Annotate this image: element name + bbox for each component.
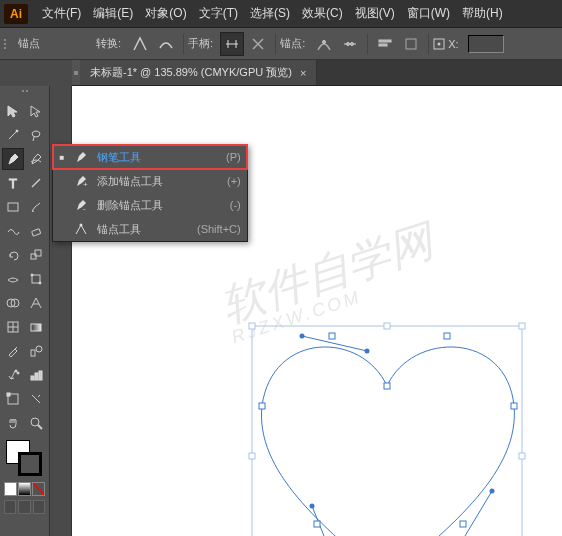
document-title: 未标题-1* @ 135.89% (CMYK/GPU 预览) [90,65,292,80]
svg-point-26 [15,370,17,372]
svg-text:-: - [83,204,86,212]
svg-point-16 [31,274,33,276]
shaper-tool[interactable] [2,220,24,242]
pen-tool[interactable] [2,148,24,170]
menu-edit[interactable]: 编辑(E) [87,1,139,26]
flyout-anchor-convert-tool[interactable]: 锚点工具 (Shift+C) [53,217,247,241]
eyedropper-tool[interactable] [2,340,24,362]
cut-anchor-button[interactable] [338,32,362,56]
convert-corner-button[interactable] [128,32,152,56]
perspective-grid-tool[interactable] [26,292,48,314]
menu-help[interactable]: 帮助(H) [456,1,509,26]
flyout-label: 钢笔工具 [97,150,206,165]
svg-rect-48 [329,333,335,339]
scale-tool[interactable] [26,244,48,266]
menu-object[interactable]: 对象(O) [139,1,192,26]
heart-shape[interactable] [212,256,562,536]
paintbrush-tool[interactable] [26,196,48,218]
svg-point-7 [438,42,441,45]
svg-rect-36 [249,323,255,329]
svg-rect-23 [31,324,41,331]
flyout-label: 锚点工具 [97,222,177,237]
svg-rect-52 [460,521,466,527]
handle-show-button[interactable] [220,32,244,56]
document-tab[interactable]: 未标题-1* @ 135.89% (CMYK/GPU 预览) × [80,60,317,85]
svg-point-1 [347,42,350,45]
flyout-pen-tool[interactable]: ■ 钢笔工具 (P) [53,145,247,169]
svg-rect-53 [511,403,517,409]
type-tool[interactable]: T [2,172,24,194]
isolate-button[interactable] [399,32,423,56]
svg-rect-29 [35,373,38,380]
menu-file[interactable]: 文件(F) [36,1,87,26]
draw-normal-mode[interactable] [4,500,16,514]
svg-rect-49 [259,403,265,409]
zoom-tool[interactable] [26,412,48,434]
convert-smooth-button[interactable] [154,32,178,56]
draw-inside-mode[interactable] [33,500,45,514]
rotate-tool[interactable] [2,244,24,266]
x-coord-field[interactable]: X: [433,35,503,53]
document-tab-bar: 未标题-1* @ 135.89% (CMYK/GPU 预览) × [72,60,562,86]
svg-point-55 [300,334,305,339]
color-mode-gradient[interactable] [18,482,31,496]
toolbox-grip[interactable] [15,90,35,96]
color-mode-none[interactable] [32,482,45,496]
artboard-tool[interactable] [2,388,24,410]
stroke-swatch[interactable] [18,452,42,476]
x-input[interactable] [468,35,504,53]
eraser-tool[interactable] [26,220,48,242]
hand-tool[interactable] [2,412,24,434]
selection-tool[interactable] [2,100,24,122]
width-tool[interactable] [2,268,24,290]
svg-point-0 [323,40,326,43]
flyout-shortcut: (P) [226,151,241,163]
flyout-add-anchor-tool[interactable]: + 添加锚点工具 (+) [53,169,247,193]
lasso-tool[interactable] [26,124,48,146]
blend-tool[interactable] [26,340,48,362]
free-transform-tool[interactable] [26,268,48,290]
pen-plus-icon: + [73,174,89,188]
menu-type[interactable]: 文字(T) [193,1,244,26]
app-logo: Ai [4,4,28,24]
direct-selection-tool[interactable] [26,100,48,122]
menu-effect[interactable]: 效果(C) [296,1,349,26]
rectangle-tool[interactable] [2,196,24,218]
menu-select[interactable]: 选择(S) [244,1,296,26]
align-handles-button[interactable] [373,32,397,56]
toolbox: T [0,86,50,536]
gradient-tool[interactable] [26,316,48,338]
svg-rect-35 [252,326,522,536]
tab-grip[interactable] [72,60,80,85]
close-tab-button[interactable]: × [300,67,306,79]
line-tool[interactable] [26,172,48,194]
svg-point-8 [16,130,18,132]
flyout-delete-anchor-tool[interactable]: - 删除锚点工具 (-) [53,193,247,217]
slice-tool[interactable] [26,388,48,410]
symbol-sprayer-tool[interactable] [2,364,24,386]
mesh-tool[interactable] [2,316,24,338]
transform-icon [433,38,445,50]
anchor2-label: 锚点: [280,36,305,51]
svg-rect-24 [31,350,35,356]
color-swatches[interactable] [2,440,47,478]
svg-rect-38 [519,323,525,329]
x-label: X: [448,38,458,50]
panel-grip[interactable] [4,34,12,54]
shape-builder-tool[interactable] [2,292,24,314]
option-bar: 锚点 转换: 手柄: 锚点: X: [0,28,562,60]
menu-window[interactable]: 窗口(W) [401,1,456,26]
handle-hide-button[interactable] [246,32,270,56]
curvature-tool[interactable] [26,148,47,170]
draw-behind-mode[interactable] [18,500,30,514]
svg-point-57 [310,504,315,509]
svg-rect-40 [519,453,525,459]
svg-rect-32 [7,393,10,396]
svg-point-63 [80,224,83,227]
svg-point-59 [490,489,495,494]
column-graph-tool[interactable] [26,364,48,386]
remove-anchor-button[interactable] [312,32,336,56]
menu-view[interactable]: 视图(V) [349,1,401,26]
magic-wand-tool[interactable] [2,124,24,146]
color-mode-solid[interactable] [4,482,17,496]
